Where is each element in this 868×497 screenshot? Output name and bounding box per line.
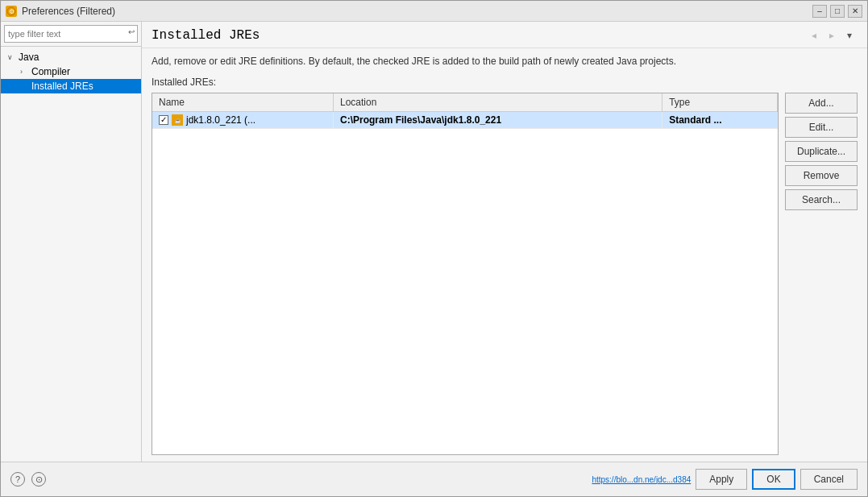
col-header-type[interactable]: Type <box>662 93 778 112</box>
installed-jres-section-label: Installed JREs: <box>152 77 858 88</box>
svg-text:⚙: ⚙ <box>9 8 15 15</box>
bottom-left: ? ⊙ <box>10 472 46 487</box>
edit-button[interactable]: Edit... <box>785 117 858 138</box>
panel-title: Installed JREs <box>152 28 260 43</box>
close-button[interactable]: ✕ <box>848 5 862 18</box>
filter-box: ↩ <box>1 22 141 47</box>
title-bar-left: ⚙ Preferences (Filtered) <box>6 6 115 17</box>
duplicate-button[interactable]: Duplicate... <box>785 141 858 162</box>
panel-body: Add, remove or edit JRE definitions. By … <box>142 48 867 462</box>
sidebar-item-compiler[interactable]: › Compiler <box>1 64 141 79</box>
table-row[interactable]: ✓ ☕ jdk1.8.0_221 (... <box>152 111 778 128</box>
help-icon[interactable]: ? <box>10 472 25 487</box>
nav-dropdown-button[interactable]: ▾ <box>841 28 858 43</box>
window-icon: ⚙ <box>6 6 17 17</box>
window-title: Preferences (Filtered) <box>22 6 115 17</box>
status-link[interactable]: https://blo...dn.ne/jdc...d384 <box>592 475 691 484</box>
jre-location-cell: C:\Program Files\Java\jdk1.8.0_221 <box>333 111 662 128</box>
apply-button[interactable]: Apply <box>696 469 747 490</box>
jre-name-text: jdk1.8.0_221 (... <box>186 114 255 126</box>
cancel-button[interactable]: Cancel <box>800 469 858 490</box>
remove-button[interactable]: Remove <box>785 165 858 186</box>
compiler-label: Compiler <box>31 66 70 77</box>
filter-input[interactable] <box>4 25 138 43</box>
preferences-window: ⚙ Preferences (Filtered) – □ ✕ ↩ ∨ Java <box>0 0 868 497</box>
title-bar: ⚙ Preferences (Filtered) – □ ✕ <box>1 1 867 22</box>
jre-name-cell[interactable]: ✓ ☕ jdk1.8.0_221 (... <box>152 111 333 128</box>
nav-back-button[interactable]: ◂ <box>806 28 822 43</box>
compiler-arrow: › <box>20 68 28 76</box>
minimize-button[interactable]: – <box>812 5 827 18</box>
java-label: Java <box>19 52 39 63</box>
filter-clear-icon[interactable]: ↩ <box>128 27 135 36</box>
table-and-buttons: Name Location Type ✓ <box>152 93 858 455</box>
jre-type-cell: Standard ... <box>662 111 778 128</box>
tree: ∨ Java › Compiler Installed JREs <box>1 47 141 462</box>
svg-text:☕: ☕ <box>175 118 181 124</box>
right-panel: Installed JREs ◂ ▸ ▾ Add, remove or edit… <box>142 22 867 462</box>
action-buttons: Add... Edit... Duplicate... Remove Searc… <box>785 93 858 455</box>
main-content: ↩ ∨ Java › Compiler Installed JREs <box>1 22 867 462</box>
sidebar: ↩ ∨ Java › Compiler Installed JREs <box>1 22 142 462</box>
installed-jres-label: Installed JREs <box>31 81 93 92</box>
panel-header: Installed JREs ◂ ▸ ▾ <box>142 22 867 48</box>
settings-icon[interactable]: ⊙ <box>31 472 46 487</box>
title-bar-controls: – □ ✕ <box>812 5 862 18</box>
col-header-name[interactable]: Name <box>152 93 333 112</box>
jre-icon: ☕ <box>172 114 183 126</box>
sidebar-item-installed-jres[interactable]: Installed JREs <box>1 79 141 93</box>
bottom-bar: ? ⊙ https://blo...dn.ne/jdc...d384 Apply… <box>1 462 867 496</box>
description-text: Add, remove or edit JRE definitions. By … <box>152 55 858 68</box>
nav-buttons: ◂ ▸ ▾ <box>806 28 858 43</box>
maximize-button[interactable]: □ <box>830 5 845 18</box>
nav-forward-button[interactable]: ▸ <box>824 28 840 43</box>
jre-table-container: Name Location Type ✓ <box>152 93 779 455</box>
sidebar-item-java[interactable]: ∨ Java <box>1 50 141 64</box>
bottom-right: https://blo...dn.ne/jdc...d384 Apply OK … <box>592 469 858 490</box>
ok-button[interactable]: OK <box>752 469 795 490</box>
add-button[interactable]: Add... <box>785 93 858 114</box>
java-arrow: ∨ <box>7 53 15 61</box>
search-button[interactable]: Search... <box>785 189 858 210</box>
jre-table: Name Location Type ✓ <box>152 93 778 129</box>
jre-checkbox[interactable]: ✓ <box>159 115 168 125</box>
col-header-location[interactable]: Location <box>333 93 662 112</box>
